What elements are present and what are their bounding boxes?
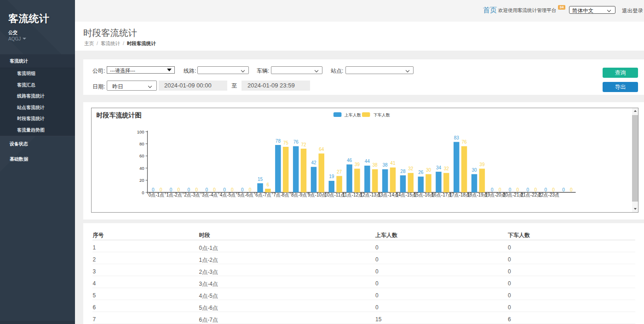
svg-text:27: 27 bbox=[336, 169, 342, 174]
svg-text:1点-2点: 1点-2点 bbox=[166, 192, 182, 197]
svg-text:2点-3点: 2点-3点 bbox=[184, 192, 200, 197]
svg-text:28: 28 bbox=[400, 169, 406, 174]
svg-text:下车人数: 下车人数 bbox=[373, 113, 390, 117]
svg-text:46: 46 bbox=[346, 158, 352, 163]
svg-text:83: 83 bbox=[454, 135, 459, 140]
svg-text:0: 0 bbox=[177, 187, 180, 192]
svg-text:39: 39 bbox=[479, 162, 485, 167]
svg-text:40: 40 bbox=[139, 166, 144, 171]
svg-text:64: 64 bbox=[319, 147, 324, 152]
svg-text:30: 30 bbox=[426, 168, 431, 173]
svg-text:6: 6 bbox=[266, 182, 269, 187]
svg-text:0: 0 bbox=[516, 187, 519, 192]
svg-text:0: 0 bbox=[534, 187, 537, 192]
svg-text:19: 19 bbox=[329, 174, 334, 179]
svg-text:0: 0 bbox=[248, 187, 251, 192]
svg-text:78: 78 bbox=[275, 139, 281, 144]
svg-text:0: 0 bbox=[544, 187, 547, 192]
svg-text:42: 42 bbox=[311, 160, 316, 165]
svg-text:0: 0 bbox=[552, 187, 555, 192]
svg-text:0: 0 bbox=[562, 187, 565, 192]
svg-text:80: 80 bbox=[139, 141, 144, 146]
svg-text:8点-9点: 8点-9点 bbox=[291, 192, 306, 197]
svg-text:0: 0 bbox=[231, 187, 234, 192]
svg-text:9点-10点: 9点-10点 bbox=[307, 192, 326, 197]
svg-text:0: 0 bbox=[142, 190, 144, 195]
svg-text:32: 32 bbox=[408, 166, 414, 171]
svg-text:60: 60 bbox=[139, 153, 144, 158]
svg-text:39: 39 bbox=[354, 162, 360, 167]
svg-text:7点-8点: 7点-8点 bbox=[273, 192, 289, 197]
svg-text:上车人数: 上车人数 bbox=[344, 113, 361, 117]
svg-text:0: 0 bbox=[152, 187, 155, 192]
svg-text:4点-5点: 4点-5点 bbox=[219, 192, 235, 197]
svg-text:76: 76 bbox=[461, 139, 467, 145]
svg-text:6点-7点: 6点-7点 bbox=[255, 192, 271, 197]
svg-text:0: 0 bbox=[159, 187, 162, 192]
svg-text:38: 38 bbox=[382, 162, 388, 168]
svg-text:0: 0 bbox=[187, 187, 190, 192]
svg-text:0: 0 bbox=[526, 187, 529, 192]
svg-text:72: 72 bbox=[301, 142, 306, 147]
svg-text:0: 0 bbox=[223, 187, 226, 192]
svg-text:3点-4点: 3点-4点 bbox=[202, 192, 218, 197]
svg-text:20: 20 bbox=[139, 178, 144, 183]
svg-text:0: 0 bbox=[498, 187, 501, 192]
svg-text:100: 100 bbox=[137, 129, 144, 134]
svg-text:30: 30 bbox=[472, 168, 477, 173]
svg-text:44: 44 bbox=[364, 159, 370, 164]
svg-text:75: 75 bbox=[283, 140, 288, 145]
svg-text:41: 41 bbox=[390, 161, 396, 166]
svg-text:0: 0 bbox=[570, 187, 573, 192]
svg-text:0: 0 bbox=[195, 187, 198, 192]
svg-text:22点-23点: 22点-23点 bbox=[538, 192, 559, 197]
svg-text:15: 15 bbox=[258, 177, 263, 182]
svg-text:0: 0 bbox=[508, 187, 511, 192]
svg-text:38: 38 bbox=[372, 162, 378, 168]
svg-text:34: 34 bbox=[436, 165, 441, 170]
svg-text:0: 0 bbox=[491, 187, 494, 192]
svg-text:0: 0 bbox=[213, 187, 216, 192]
svg-text:0: 0 bbox=[169, 187, 172, 192]
svg-text:5点-6点: 5点-6点 bbox=[237, 192, 253, 197]
svg-text:0: 0 bbox=[241, 187, 244, 192]
svg-text:32: 32 bbox=[443, 166, 449, 171]
svg-text:0: 0 bbox=[205, 187, 208, 192]
svg-text:0点-1点: 0点-1点 bbox=[148, 192, 164, 197]
svg-text:76: 76 bbox=[293, 139, 299, 145]
svg-text:26: 26 bbox=[418, 170, 424, 175]
